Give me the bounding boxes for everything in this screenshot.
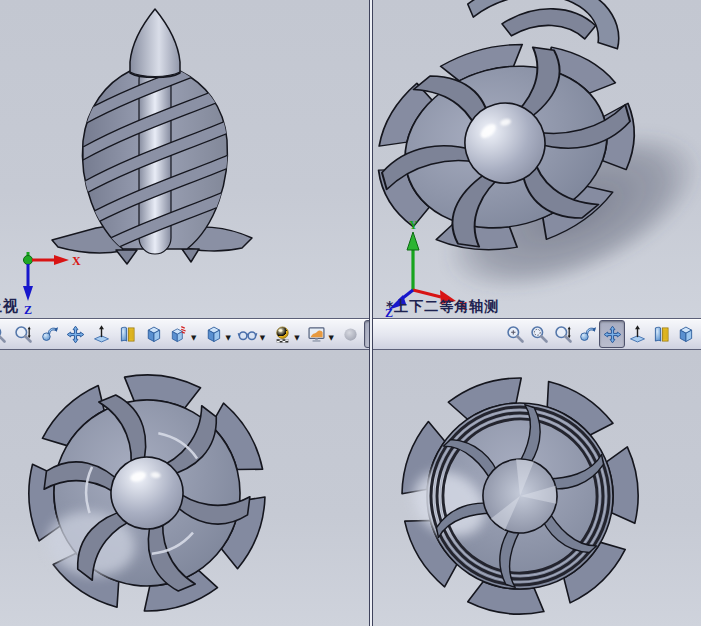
zoom-in-out-icon [13,324,34,345]
section-view-button[interactable] [649,321,673,347]
view-toolbar-right [373,318,701,350]
eyeglasses-icon [237,324,258,345]
display-style-button[interactable] [697,321,701,347]
zoom-to-area-button[interactable] [527,321,551,347]
pan-icon [65,324,86,345]
section-view-icon [117,324,138,345]
display-style-icon [203,324,224,345]
edit-appearance-icon [169,324,190,345]
zoom-to-fit-icon [0,324,8,345]
viewport-splitter[interactable] [369,0,373,626]
rotate-view-icon [39,324,60,345]
normal-to-icon [627,324,648,345]
shaded-cube-icon [675,324,696,345]
shaded-view-button[interactable] [140,321,166,347]
zoom-in-out-icon [553,324,574,345]
section-view-button[interactable] [114,321,140,347]
apply-scene-button[interactable] [269,321,295,347]
shaded-cube-icon [143,324,164,345]
impeller-bottom-view [373,350,701,626]
shadows-button-disabled[interactable] [338,321,364,347]
shaded-view-button[interactable] [673,321,697,347]
zoom-in-out-button[interactable] [551,321,575,347]
scene-sphere-icon [272,324,293,345]
viewport-front-view[interactable]: X Z 上视 [0,0,369,318]
axis-x-label: X [72,254,81,268]
normal-to-button[interactable] [625,321,649,347]
dropdown-caret[interactable]: ▼ [294,335,299,342]
view-toolbar-left: ▼ ▼ ▼ ▼ ▼ [0,318,369,350]
viewport-top-view[interactable] [0,350,369,626]
section-view-icon [651,324,672,345]
display-style-button[interactable] [200,321,226,347]
rotate-view-icon [577,324,598,345]
view-settings-button[interactable] [304,321,330,347]
rotate-view-button[interactable] [36,321,62,347]
dropdown-caret[interactable]: ▼ [260,335,265,342]
viewport-dimetric-view[interactable]: Y X Z *上下二等角轴测 [373,0,701,318]
dropdown-caret[interactable]: ▼ [191,335,196,342]
pan-button[interactable] [62,321,88,347]
zoom-in-out-button[interactable] [10,321,36,347]
axis-z-label: Z [24,303,32,317]
normal-to-button[interactable] [88,321,114,347]
view-name-label: *上下二等角轴测 [386,298,499,316]
normal-to-icon [91,324,112,345]
zoom-to-fit-button[interactable] [0,321,10,347]
hide-show-items-button[interactable] [235,321,261,347]
zoom-to-area-icon [529,324,550,345]
view-settings-icon [306,324,327,345]
dropdown-caret[interactable]: ▼ [225,335,230,342]
impeller-top-view [0,350,369,626]
axis-y-label: Y [409,218,418,232]
dropdown-caret[interactable]: ▼ [329,335,334,342]
pan-button-active[interactable] [599,320,625,348]
cad-workspace: X Z 上视 [0,0,701,626]
view-name-label: 上视 [0,297,19,316]
viewport-bottom-view[interactable] [373,350,701,626]
rotate-view-button[interactable] [575,321,599,347]
zoom-to-fit-button[interactable] [503,321,527,347]
gray-sphere-icon [340,324,361,345]
pan-icon [602,324,623,345]
zoom-to-fit-icon [505,324,526,345]
edit-appearance-button[interactable] [166,321,192,347]
